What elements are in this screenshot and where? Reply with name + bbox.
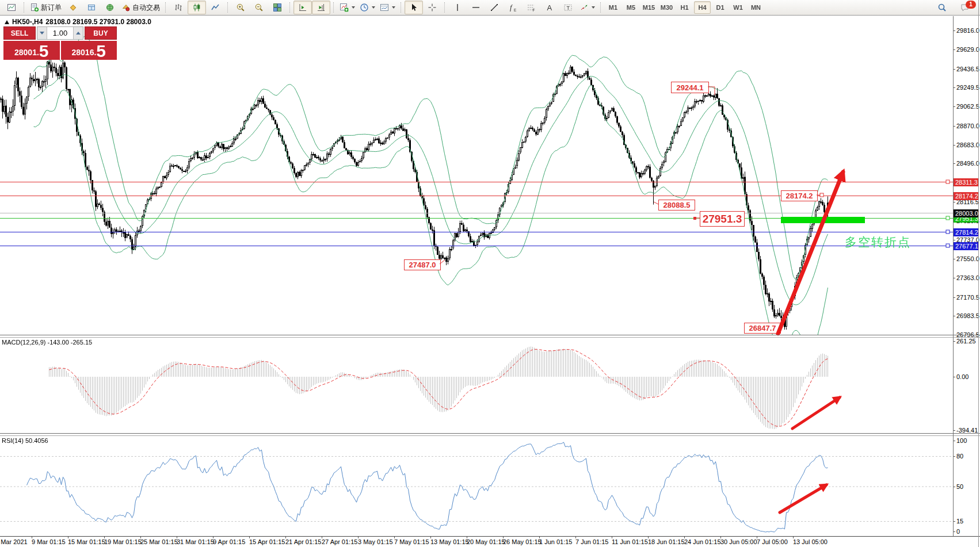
panel-separator[interactable] — [0, 433, 980, 434]
rsi-indicator-label: RSI(14) 50.4056 — [2, 437, 48, 444]
zoom-in-icon — [236, 3, 245, 12]
text-icon: A — [545, 3, 554, 12]
horizontal-line-button[interactable] — [467, 1, 485, 14]
panel-separator[interactable] — [0, 335, 980, 335]
volume-increase-button[interactable] — [73, 27, 83, 39]
auto-scroll-icon — [298, 3, 307, 12]
time-axis-label: 24 Jun 01:15 — [684, 538, 721, 545]
timeframe-m15-button[interactable]: M15 — [640, 1, 657, 14]
rsi-axis-tick: 100 — [956, 437, 967, 444]
rsi-panel-canvas[interactable] — [0, 436, 953, 536]
buy-price-pips: 5 — [96, 44, 106, 58]
arrows-button[interactable] — [577, 1, 597, 14]
price-level-line-27814.2[interactable] — [0, 232, 953, 233]
toolbar-separator — [600, 2, 601, 13]
notifications-button[interactable]: 1 — [956, 1, 974, 14]
price-annotation-label[interactable]: 26847.7 — [744, 323, 781, 334]
dropdown-arrow-icon — [372, 6, 375, 9]
price-annotation-label[interactable]: 28088.5 — [658, 200, 695, 211]
symbol-period-label: HK50-,H4 — [12, 18, 43, 26]
price-level-line-28003.0[interactable] — [0, 213, 953, 214]
fibonacci-button[interactable]: F — [522, 1, 540, 14]
timeframe-m1-button[interactable]: M1 — [605, 1, 621, 14]
indicators-button[interactable] — [337, 1, 357, 14]
price-annotation-label[interactable]: 27487.0 — [404, 259, 441, 270]
periods-button[interactable] — [357, 1, 377, 14]
autotrading-button-label: 自动交易 — [132, 3, 160, 13]
hline-icon — [471, 3, 481, 12]
time-axis-label: 30 Jun 05:00 — [720, 538, 757, 545]
chart-shift-button[interactable] — [312, 1, 330, 14]
crosshair-button[interactable] — [423, 1, 441, 14]
price-level-line-27677.1[interactable] — [0, 246, 953, 247]
timeframe-d1-button[interactable]: D1 — [712, 1, 729, 14]
macd-indicator-label: MACD(12,26,9) -143.00 -265.15 — [2, 339, 92, 346]
timeframe-h1-button[interactable]: H1 — [676, 1, 693, 14]
tile-windows-button[interactable] — [268, 1, 287, 14]
volume-value[interactable]: 1.00 — [47, 27, 73, 39]
support-zone-highlight[interactable] — [781, 217, 865, 223]
price-annotation-label[interactable]: 29244.1 — [671, 82, 709, 93]
sell-price-display[interactable]: 28001.5 — [3, 41, 60, 60]
triangle-down-icon — [40, 32, 44, 35]
timeframe-w1-button[interactable]: W1 — [730, 1, 746, 14]
price-annotation-label[interactable]: 28174.2 — [781, 190, 818, 201]
time-axis-label: 7 Jul 05:00 — [757, 538, 788, 545]
search-button[interactable] — [933, 1, 951, 14]
notification-badge: 1 — [966, 1, 976, 9]
svg-text:f: f — [510, 3, 513, 12]
dropdown-arrow-icon — [592, 6, 595, 9]
periods-icon — [360, 3, 369, 12]
auto-scroll-button[interactable] — [293, 1, 312, 14]
new-order-button[interactable]: 新订单 — [28, 1, 64, 14]
buy-button[interactable]: BUY — [85, 26, 117, 40]
buy-price-display[interactable]: 28016.5 — [61, 41, 117, 60]
price-axis-badge: 28311.3 — [954, 178, 979, 186]
toolbar-separator — [401, 2, 402, 13]
volume-stepper[interactable]: 1.00 — [37, 26, 83, 40]
time-axis-label: 11 Jun 01:15 — [612, 538, 648, 545]
price-annotation-label[interactable]: 27951.3 — [700, 211, 745, 227]
terminal-button[interactable] — [82, 1, 101, 14]
zoom-in-button[interactable] — [231, 1, 250, 14]
time-axis-label: 3 Mar 2021 — [0, 538, 28, 545]
metaeditor-button[interactable] — [64, 1, 82, 14]
timeframe-h4-button[interactable]: H4 — [694, 1, 711, 14]
strategy-tester-icon — [105, 3, 115, 12]
price-axis-tick: 27363.0 — [956, 274, 979, 281]
zoom-out-button[interactable] — [250, 1, 268, 14]
price-axis-tick: 28870.0 — [956, 123, 979, 129]
text-button[interactable]: A — [540, 1, 559, 14]
charts-button[interactable] — [2, 1, 21, 14]
timeframe-m5-button[interactable]: M5 — [623, 1, 639, 14]
autotrading-icon — [121, 3, 131, 12]
timeframe-m30-button[interactable]: M30 — [658, 1, 675, 14]
macd-panel-canvas[interactable] — [0, 338, 953, 433]
sell-button[interactable]: SELL — [3, 26, 36, 40]
trendline-button[interactable] — [485, 1, 504, 14]
templates-button[interactable] — [377, 1, 398, 14]
strategy-tester-button[interactable] — [101, 1, 119, 14]
bar-chart-button[interactable] — [169, 1, 188, 14]
volume-decrease-button[interactable] — [37, 27, 47, 39]
price-chart-canvas[interactable] — [0, 16, 953, 335]
search-icon — [937, 3, 947, 12]
rsi-axis-tick: 50 — [956, 483, 963, 490]
price-axis-badge: 28174.2 — [954, 192, 979, 200]
candlestick-chart-button[interactable] — [188, 1, 206, 14]
text-label-button[interactable]: T — [559, 1, 577, 14]
indicators-icon — [340, 3, 349, 12]
equidistant-channel-button[interactable]: fE — [504, 1, 522, 14]
time-axis-label: 15 Mar 01:15 — [68, 538, 105, 545]
vertical-line-button[interactable] — [448, 1, 467, 14]
pivot-annotation-text[interactable]: 多空转折点 — [845, 234, 911, 250]
autotrading-button[interactable]: 自动交易 — [119, 1, 162, 14]
cursor-button[interactable] — [405, 1, 423, 14]
templates-icon — [380, 3, 389, 12]
time-axis-label: 1 Jun 01:15 — [539, 538, 573, 545]
price-level-line-28311.3[interactable] — [0, 182, 953, 183]
line-chart-button[interactable] — [206, 1, 224, 14]
bar-chart-icon — [174, 3, 183, 12]
timeframe-mn-button[interactable]: MN — [748, 1, 764, 14]
toolbar-separator — [227, 2, 228, 13]
